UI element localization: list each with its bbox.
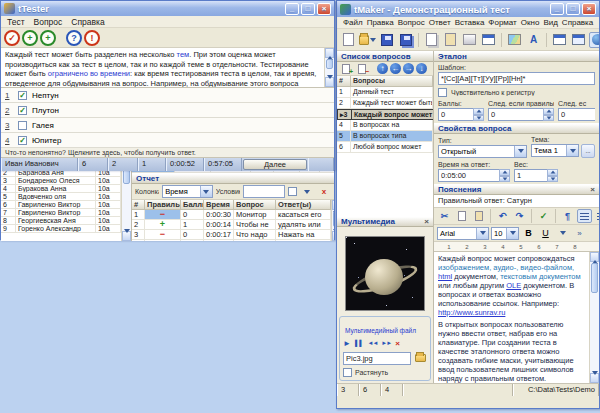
link-time-limit[interactable]: ограничено во времени bbox=[48, 69, 130, 78]
stretch-checkbox[interactable] bbox=[343, 368, 352, 377]
delete-question-icon[interactable]: − bbox=[355, 62, 369, 76]
spellcheck-icon[interactable]: ✓ bbox=[536, 209, 551, 223]
answer-checkbox[interactable] bbox=[18, 91, 27, 100]
menu-format[interactable]: Формат bbox=[488, 18, 516, 27]
user-row[interactable]: 3Бондаренко Олеся10a bbox=[1, 177, 121, 185]
maximize-button[interactable]: □ bbox=[566, 3, 580, 15]
report-row[interactable]: 3 − 0 0:00:17 Что надо Нажать на bbox=[132, 230, 331, 240]
combo-arrow-icon[interactable] bbox=[200, 186, 212, 197]
browse-media-icon[interactable] bbox=[413, 351, 427, 365]
theme-combo[interactable]: Тема 1 bbox=[531, 144, 579, 157]
underline-button[interactable]: U bbox=[538, 226, 553, 240]
close-button[interactable]: × bbox=[317, 3, 331, 15]
font-color-icon[interactable] bbox=[555, 226, 570, 240]
overflow-chevron-icon[interactable]: » bbox=[572, 226, 587, 240]
link-sunrav[interactable]: http://www.sunrav.ru bbox=[438, 308, 505, 317]
col-rep-question[interactable]: Вопрос bbox=[234, 200, 276, 210]
tmaker-titlebar[interactable]: tMaker - Демонстрационный тест _ □ × bbox=[337, 1, 599, 17]
prev-icon[interactable]: ◄◄ bbox=[367, 340, 377, 346]
cut-icon[interactable]: ✂ bbox=[437, 209, 452, 223]
editor-scrollbar[interactable] bbox=[589, 252, 599, 383]
properties-icon[interactable] bbox=[480, 32, 497, 48]
user-row[interactable]: 9Горенко Александр10a bbox=[1, 225, 121, 233]
minimize-button[interactable]: _ bbox=[285, 3, 299, 15]
report-scrollbar[interactable] bbox=[331, 200, 334, 241]
user-row[interactable]: 4Буракова Анна10a bbox=[1, 185, 121, 193]
scroll-down-icon[interactable] bbox=[590, 373, 599, 383]
question-row[interactable]: 1Данный тест bbox=[337, 87, 433, 98]
column-combo[interactable]: Время bbox=[162, 185, 213, 198]
move-left-icon[interactable]: ← bbox=[390, 63, 401, 74]
col-q-num[interactable]: # bbox=[337, 76, 351, 87]
scroll-down-icon[interactable] bbox=[325, 77, 334, 87]
paste-icon[interactable] bbox=[471, 209, 486, 223]
ttester-titlebar[interactable]: tTester _ □ × bbox=[1, 1, 334, 16]
answer-row[interactable]: 3 Галея bbox=[1, 118, 334, 133]
hint-link[interactable]: Что-то непонятно? Щелкните здесь, чтобы … bbox=[1, 148, 334, 158]
remove-media-icon[interactable]: × bbox=[395, 339, 400, 348]
question-row[interactable]: 5В вопросах типа bbox=[337, 131, 433, 142]
condition-input[interactable] bbox=[243, 185, 285, 198]
align-left-icon[interactable] bbox=[577, 209, 592, 223]
new-window-icon[interactable] bbox=[551, 32, 568, 48]
menu-help[interactable]: Справка bbox=[71, 17, 104, 27]
combo-arrow-icon[interactable] bbox=[514, 146, 526, 157]
move-up-icon[interactable]: ↑ bbox=[377, 63, 388, 74]
filter-apply-icon[interactable] bbox=[300, 185, 314, 199]
question-row[interactable]: 6Любой вопрос может bbox=[337, 142, 433, 153]
print-icon[interactable] bbox=[461, 32, 478, 48]
type-combo[interactable]: Открытый bbox=[438, 145, 527, 158]
next-if-wrong-input[interactable] bbox=[558, 108, 595, 121]
scroll-down-icon[interactable] bbox=[122, 231, 131, 241]
link-ole[interactable]: OLE bbox=[506, 281, 521, 290]
score-spinner[interactable] bbox=[473, 108, 484, 121]
undo-icon[interactable]: ↶ bbox=[495, 209, 510, 223]
filter-clear-icon[interactable]: x bbox=[317, 185, 331, 199]
warning-icon[interactable]: ! bbox=[84, 30, 100, 46]
user-row[interactable]: 7Гавриленко Виктор10a bbox=[1, 209, 121, 217]
close-multimedia-icon[interactable]: × bbox=[424, 217, 429, 226]
font-size-combo[interactable]: 10 bbox=[491, 227, 519, 240]
col-rep-score[interactable]: Баллы bbox=[181, 200, 204, 210]
answer-checkbox[interactable] bbox=[18, 121, 27, 130]
menu-answer[interactable]: Ответ bbox=[429, 18, 451, 27]
theme-browse-button[interactable]: ... bbox=[581, 144, 595, 158]
weight-input[interactable] bbox=[514, 169, 547, 182]
question-row[interactable]: 2Каждый тест может быть bbox=[337, 98, 433, 109]
template-input[interactable] bbox=[438, 72, 595, 85]
add-question-icon[interactable]: + bbox=[339, 62, 353, 76]
play-icon[interactable]: ► bbox=[343, 339, 351, 348]
combo-arrow-icon[interactable] bbox=[476, 228, 488, 239]
question-row-current[interactable]: ▸3 Каждый вопрос может bbox=[337, 109, 433, 120]
col-rep-num[interactable]: # bbox=[132, 200, 145, 210]
combo-arrow-icon[interactable] bbox=[566, 145, 578, 156]
scroll-down-icon[interactable] bbox=[332, 231, 334, 241]
col-rep-answer[interactable]: Ответ(ы) bbox=[276, 200, 331, 210]
finish-test-icon[interactable]: ✓ bbox=[4, 30, 20, 46]
save-all-icon[interactable] bbox=[397, 32, 414, 48]
paste-icon[interactable] bbox=[442, 32, 459, 48]
pause-icon[interactable]: ▌▌ bbox=[355, 340, 364, 346]
user-row[interactable]: 8Георгиевская Аня10a bbox=[1, 217, 121, 225]
image-icon[interactable] bbox=[506, 32, 523, 48]
question-row[interactable]: 4В вопросах на bbox=[337, 120, 433, 131]
menu-window[interactable]: Окно bbox=[521, 18, 540, 27]
copy-icon[interactable] bbox=[454, 209, 469, 223]
weight-spinner[interactable] bbox=[547, 169, 558, 182]
font-combo[interactable]: Arial bbox=[437, 227, 489, 240]
media-filename-input[interactable] bbox=[343, 352, 411, 365]
maximize-button[interactable]: □ bbox=[301, 3, 315, 15]
font-icon[interactable]: A bbox=[525, 32, 542, 48]
menu-question[interactable]: Вопрос bbox=[398, 18, 425, 27]
move-right-icon[interactable]: → bbox=[403, 63, 414, 74]
answer-row[interactable]: 2 Плутон bbox=[1, 103, 334, 118]
close-button[interactable]: × bbox=[582, 3, 596, 15]
open-file-icon[interactable] bbox=[359, 32, 376, 48]
menu-file[interactable]: Файл bbox=[343, 18, 363, 27]
answer-checkbox[interactable] bbox=[18, 106, 27, 115]
time-spinner[interactable] bbox=[499, 169, 510, 182]
col-q-text[interactable]: Вопросы bbox=[351, 76, 433, 87]
user-row[interactable]: 6Гавриленко Виктор10a bbox=[1, 201, 121, 209]
score-input[interactable] bbox=[438, 108, 473, 121]
scroll-up-icon[interactable] bbox=[332, 200, 334, 210]
